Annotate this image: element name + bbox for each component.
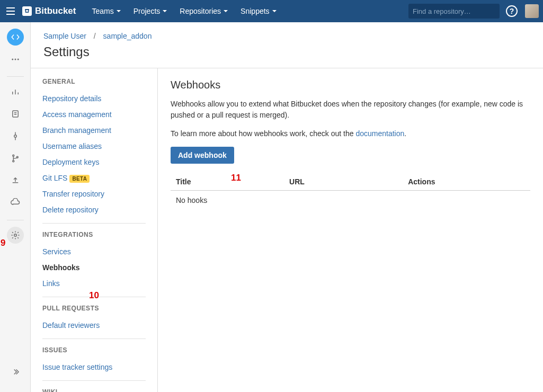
top-navigation: Bitbucket Teams Projects Repositories Sn… [0,0,543,22]
expand-sidebar-icon[interactable] [7,363,24,380]
chevron-down-icon [224,10,228,12]
svg-point-17 [14,234,16,237]
webhooks-table: Title URL Actions No hooks [171,173,530,210]
column-actions: Actions [408,177,530,186]
source-browse-icon[interactable] [7,105,24,122]
settings-nav-git-lfs[interactable]: Git LFSBETA [42,170,157,186]
page-header: Sample User / sample_addon Settings [31,22,543,68]
bucket-icon [22,6,32,16]
branches-icon[interactable] [7,150,24,167]
settings-sidebar: GENERALRepository detailsAccess manageme… [31,68,158,392]
settings-nav-delete-repository[interactable]: Delete repository [42,202,157,218]
nav-projects[interactable]: Projects [127,0,174,22]
settings-nav-repository-details[interactable]: Repository details [42,91,157,106]
upload-icon[interactable] [7,172,24,189]
beta-badge: BETA [69,175,90,183]
table-empty-row: No hooks [171,191,530,210]
repo-iconbar [0,22,31,392]
settings-nav-default-reviewers[interactable]: Default reviewers [42,317,157,333]
more-dots-icon[interactable] [7,51,24,68]
section-heading: Webhooks [171,79,530,91]
brand-text: Bitbucket [35,6,76,16]
svg-point-2 [12,59,13,60]
user-avatar[interactable] [525,4,539,18]
page-title: Settings [43,44,530,59]
settings-nav-transfer-repository[interactable]: Transfer repository [42,186,157,202]
learn-text: To learn more about how webhooks work, c… [171,128,530,139]
main-content: Webhooks Webhooks allow you to extend wh… [158,68,543,392]
intro-text: Webhooks allow you to extend what Bitbuc… [171,99,530,121]
settings-icon[interactable] [7,227,24,244]
breadcrumb: Sample User / sample_addon [43,32,530,40]
menu-toggle-icon[interactable] [4,5,17,17]
settings-nav-links[interactable]: Links [42,275,157,291]
brand-logo[interactable]: Bitbucket [22,6,76,16]
help-icon[interactable]: ? [506,5,518,17]
breadcrumb-separator: / [94,32,96,40]
nav-section-title: ISSUES [42,346,157,354]
settings-nav-services[interactable]: Services [42,244,157,260]
chevron-down-icon [163,10,167,12]
chevron-down-icon [272,10,277,12]
nav-repositories[interactable]: Repositories [173,0,234,22]
svg-point-15 [12,161,14,162]
settings-nav-webhooks[interactable]: Webhooks [42,260,157,275]
nav-section-title: PULL REQUESTS [42,305,157,312]
settings-nav-username-aliases[interactable]: Username aliases [42,138,157,154]
svg-point-3 [14,59,16,60]
column-url: URL [289,177,408,186]
svg-point-14 [12,155,14,156]
add-webhook-button[interactable]: Add webhook [171,147,234,164]
nav-section-title: GENERAL [42,78,157,85]
nav-snippets[interactable]: Snippets [234,0,282,22]
commits-icon[interactable] [7,128,24,145]
downloads-icon[interactable] [7,194,24,211]
settings-nav-branch-management[interactable]: Branch management [42,122,157,138]
repo-search[interactable] [408,4,500,19]
column-title: Title [171,177,289,186]
source-icon[interactable] [7,29,24,46]
settings-nav-access-management[interactable]: Access management [42,106,157,122]
nav-teams[interactable]: Teams [85,0,127,22]
documentation-link[interactable]: documentation [355,129,404,138]
settings-nav-deployment-keys[interactable]: Deployment keys [42,154,157,170]
table-header-row: Title URL Actions [171,173,530,191]
chevron-down-icon [117,10,121,12]
nav-section-title: WIKI [42,388,157,392]
svg-point-11 [14,135,16,138]
overview-icon[interactable] [7,83,24,100]
breadcrumb-user[interactable]: Sample User [43,32,86,40]
nav-section-title: INTEGRATIONS [42,231,157,238]
settings-nav-issue-tracker-settings[interactable]: Issue tracker settings [42,359,157,375]
breadcrumb-repo[interactable]: sample_addon [103,32,152,40]
svg-point-4 [17,59,19,60]
search-input[interactable] [413,7,502,15]
